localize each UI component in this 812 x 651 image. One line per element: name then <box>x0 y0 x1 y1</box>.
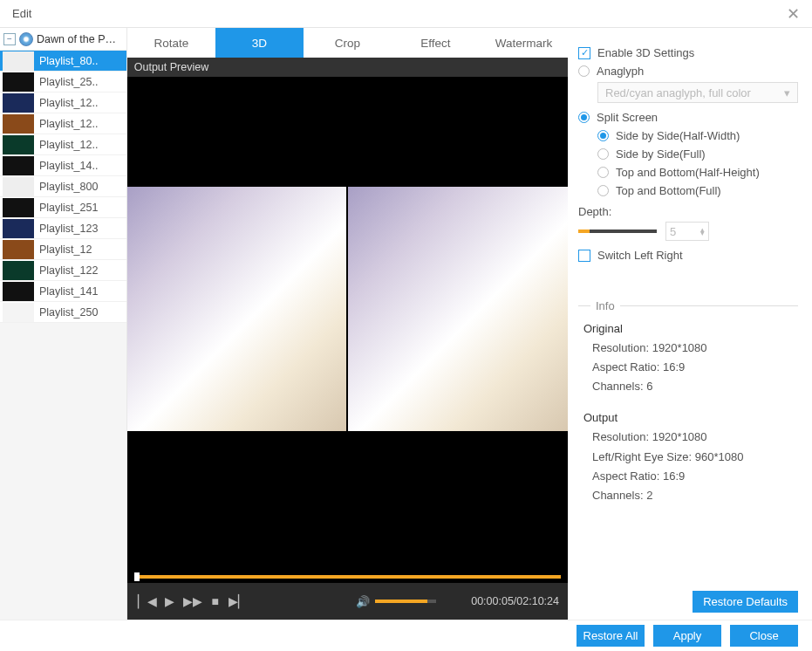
sidebar: − Dawn of the P… Playlist_80..Playlist_2… <box>0 28 127 620</box>
playlist-thumb <box>3 240 34 259</box>
depth-control: 5 ▴▾ <box>578 222 798 241</box>
volume-slider[interactable] <box>375 600 436 603</box>
split-options: Side by Side(Half-Width)Side by Side(Ful… <box>578 127 798 200</box>
radio-icon <box>578 65 590 77</box>
playlist-item[interactable]: Playlist_12.. <box>0 134 126 155</box>
playlist-thumb <box>3 156 34 175</box>
collapse-icon[interactable]: − <box>3 33 16 45</box>
enable-3d-checkbox[interactable]: ✓ Enable 3D Settings <box>578 44 798 62</box>
title-bar: Edit ✕ <box>0 0 812 28</box>
center-pane: Rotate3DCropEffectWatermark Output Previ… <box>127 28 568 620</box>
playlist-label: Playlist_80.. <box>34 55 98 67</box>
stepper-icon[interactable]: ▴▾ <box>700 228 705 236</box>
tab-rotate[interactable]: Rotate <box>127 28 215 58</box>
playlist-item[interactable]: Playlist_250 <box>0 302 126 323</box>
disc-icon <box>19 32 33 46</box>
checkbox-icon: ✓ <box>578 250 590 262</box>
playlist-thumb <box>3 51 34 71</box>
split-label: Split Screen <box>597 111 658 124</box>
split-option-radio[interactable]: Side by Side(Full) <box>597 145 798 163</box>
playlist-item[interactable]: Playlist_12.. <box>0 113 126 134</box>
footer: Restore All Apply Close <box>0 620 812 651</box>
tab-crop[interactable]: Crop <box>304 28 392 58</box>
original-channels: Channels: 6 <box>583 377 798 396</box>
split-option-label: Side by Side(Full) <box>616 147 706 161</box>
playlist-thumb <box>3 198 34 217</box>
playlist-label: Playlist_800 <box>34 181 98 193</box>
volume-control[interactable]: 🔊 <box>356 595 436 608</box>
tab-effect[interactable]: Effect <box>392 28 480 58</box>
stop-button[interactable]: ■ <box>204 594 227 608</box>
playlist-item[interactable]: Playlist_800 <box>0 176 126 197</box>
speaker-icon[interactable]: 🔊 <box>356 595 370 608</box>
video-preview[interactable] <box>127 77 568 583</box>
split-option-radio[interactable]: Side by Side(Half-Width) <box>597 127 798 145</box>
radio-icon <box>597 185 609 196</box>
fastfwd-button[interactable]: ▶▶ <box>181 594 204 608</box>
next-button[interactable]: ▶▏ <box>227 594 249 608</box>
close-icon[interactable]: ✕ <box>787 4 800 24</box>
enable-3d-label: Enable 3D Settings <box>597 46 694 59</box>
playlist-thumb <box>3 219 34 238</box>
letterbox-bottom <box>127 431 568 571</box>
split-option-label: Top and Bottom(Half-Height) <box>616 166 760 179</box>
playlist-item[interactable]: Playlist_251 <box>0 197 126 218</box>
playlist-item[interactable]: Playlist_123 <box>0 218 126 239</box>
checkbox-icon: ✓ <box>578 47 590 59</box>
playlist-thumb <box>3 177 34 196</box>
apply-button[interactable]: Apply <box>653 625 721 647</box>
window-title: Edit <box>12 7 31 20</box>
playlist-item[interactable]: Playlist_12 <box>0 239 126 260</box>
tab-watermark[interactable]: Watermark <box>480 28 568 58</box>
prev-button[interactable]: ▏◀ <box>136 594 159 608</box>
playlist-item[interactable]: Playlist_122 <box>0 260 126 281</box>
switch-lr-checkbox[interactable]: ✓ Switch Left Right <box>578 246 798 264</box>
playlist-label: Playlist_25.. <box>34 76 98 88</box>
radio-icon <box>597 167 609 178</box>
playlist-label: Playlist_251 <box>34 202 98 214</box>
depth-input[interactable]: 5 ▴▾ <box>665 222 709 241</box>
anaglyph-radio[interactable]: Anaglyph <box>578 62 798 80</box>
anaglyph-option-text: Red/cyan anaglyph, full color <box>605 86 751 99</box>
playlist-thumb <box>3 72 34 92</box>
playlist-label: Playlist_123 <box>34 223 98 235</box>
split-screen-radio[interactable]: Split Screen <box>578 108 798 127</box>
split-option-radio[interactable]: Top and Bottom(Half-Height) <box>597 163 798 182</box>
tab-3d[interactable]: 3D <box>215 28 304 58</box>
original-info: Original Resolution: 1920*1080 Aspect Ra… <box>578 319 798 396</box>
depth-label: Depth: <box>578 205 798 218</box>
playlist-thumb <box>3 261 34 280</box>
letterbox-top <box>127 77 568 187</box>
seek-track[interactable] <box>127 571 568 583</box>
radio-icon <box>597 130 609 141</box>
playlist-label: Playlist_122 <box>34 264 98 277</box>
playlist-item[interactable]: Playlist_12.. <box>0 93 126 113</box>
source-row[interactable]: − Dawn of the P… <box>0 28 126 51</box>
preview-label: Output Preview <box>127 58 568 77</box>
split-option-radio[interactable]: Top and Bottom(Full) <box>597 182 798 200</box>
time-display: 00:00:05/02:10:24 <box>436 595 559 607</box>
close-button[interactable]: Close <box>730 625 798 647</box>
left-eye-frame <box>127 187 347 431</box>
info-section: Info Original Resolution: 1920*1080 Aspe… <box>578 299 798 505</box>
playlist-item[interactable]: Playlist_141 <box>0 281 126 302</box>
output-title: Output <box>583 408 798 428</box>
playlist-item[interactable]: Playlist_25.. <box>0 72 126 93</box>
output-resolution: Resolution: 1920*1080 <box>583 428 798 447</box>
play-button[interactable]: ▶ <box>159 594 181 608</box>
playlist-item[interactable]: Playlist_80.. <box>0 51 126 72</box>
playlist-label: Playlist_12 <box>34 243 92 256</box>
playlist-list: Playlist_80..Playlist_25..Playlist_12..P… <box>0 51 126 323</box>
restore-all-button[interactable]: Restore All <box>577 625 645 647</box>
playlist-label: Playlist_14.. <box>34 160 98 172</box>
depth-slider[interactable] <box>578 230 657 233</box>
main-area: − Dawn of the P… Playlist_80..Playlist_2… <box>0 28 812 620</box>
settings-panel: ✓ Enable 3D Settings Anaglyph Red/cyan a… <box>568 28 812 620</box>
playlist-item[interactable]: Playlist_14.. <box>0 155 126 176</box>
restore-defaults-button[interactable]: Restore Defaults <box>693 591 798 613</box>
playlist-thumb <box>3 282 34 301</box>
output-eye-size: Left/Right Eye Size: 960*1080 <box>583 448 798 467</box>
chevron-down-icon: ▾ <box>784 86 790 99</box>
anaglyph-label: Anaglyph <box>597 65 644 78</box>
playback-controls: ▏◀ ▶ ▶▶ ■ ▶▏ 🔊 00:00:05/02:10:24 <box>127 583 568 620</box>
